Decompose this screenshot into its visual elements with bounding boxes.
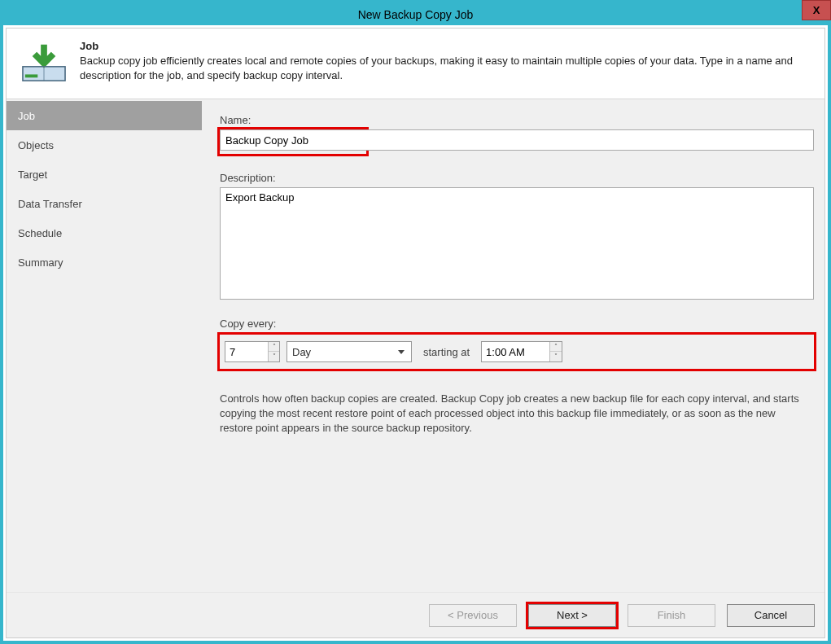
cancel-button[interactable]: Cancel (727, 604, 815, 627)
copy-interval-row: ˄ ˅ Day starting at ˄ ˅ (220, 335, 814, 369)
next-button-highlight: Next > (528, 604, 616, 627)
description-label: Description: (220, 172, 814, 184)
wizard-body: Job Objects Target Data Transfer Schedul… (7, 99, 824, 592)
wizard-window: New Backup Copy Job X Job Backup copy jo… (0, 0, 831, 644)
titlebar: New Backup Copy Job X (3, 3, 828, 25)
copy-unit-value: Day (292, 346, 311, 358)
chevron-down-icon[interactable]: ˅ (550, 352, 562, 361)
wizard-sidebar: Job Objects Target Data Transfer Schedul… (7, 99, 202, 592)
name-input-highlight (220, 129, 366, 154)
previous-button: < Previous (429, 604, 517, 627)
close-button[interactable]: X (802, 0, 831, 20)
chevron-down-icon[interactable]: ˅ (269, 352, 279, 361)
copy-every-label: Copy every: (220, 318, 814, 330)
copy-unit-select[interactable]: Day (286, 341, 412, 362)
header-description: Backup copy job efficiently creates loca… (80, 54, 811, 82)
starting-at-label: starting at (423, 346, 470, 358)
finish-button: Finish (628, 604, 715, 627)
sidebar-item-data-transfer[interactable]: Data Transfer (7, 189, 202, 218)
wizard-footer: < Previous Next > Finish Cancel (7, 592, 824, 637)
sidebar-item-objects[interactable]: Objects (7, 130, 202, 160)
header-title: Job (80, 40, 811, 52)
close-icon: X (813, 4, 820, 16)
starting-at-input[interactable] (482, 342, 549, 361)
copy-interval-stepper[interactable]: ˄ ˅ (225, 341, 280, 362)
description-input[interactable] (220, 187, 814, 300)
sidebar-item-summary[interactable]: Summary (7, 248, 202, 277)
wizard-header: Job Backup copy job efficiently creates … (7, 28, 824, 99)
chevron-up-icon[interactable]: ˄ (269, 342, 279, 352)
wizard-inner: Job Backup copy job efficiently creates … (6, 28, 825, 638)
sidebar-item-schedule[interactable]: Schedule (7, 218, 202, 248)
sidebar-item-target[interactable]: Target (7, 160, 202, 189)
svg-rect-2 (25, 74, 37, 77)
copy-interval-input[interactable] (225, 342, 268, 361)
starting-at-stepper[interactable]: ˄ ˅ (481, 341, 562, 362)
name-input[interactable] (220, 129, 814, 151)
copy-interval-help: Controls how often backup copies are cre… (220, 392, 806, 436)
next-button[interactable]: Next > (528, 604, 616, 627)
backup-job-icon (20, 40, 68, 84)
name-label: Name: (220, 114, 814, 126)
chevron-up-icon[interactable]: ˄ (550, 342, 562, 352)
window-title: New Backup Copy Job (358, 8, 474, 21)
wizard-content: Name: Description: Copy every: ˄ ˅ (202, 99, 824, 592)
sidebar-item-job[interactable]: Job (7, 101, 202, 130)
